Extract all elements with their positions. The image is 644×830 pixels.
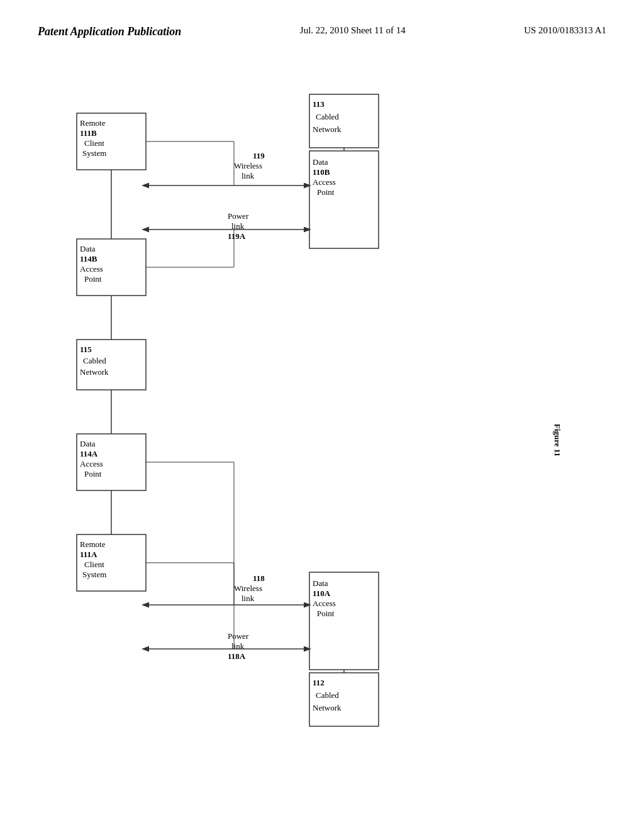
data110B-label: Data	[313, 157, 328, 167]
cabled113-l1: Cabled	[316, 112, 339, 121]
remote111A-l3: System	[82, 570, 106, 579]
cabled115-l2: Network	[80, 367, 109, 377]
data114B-l3: Point	[84, 274, 102, 284]
remote111A-num: 111A	[80, 550, 97, 559]
data114B-num: 114B	[80, 254, 97, 263]
wireless119-label: Wireless	[234, 161, 262, 170]
remote111B-l3: System	[82, 148, 106, 158]
powerlink119A-num: 119A	[228, 231, 246, 241]
cabled113-num: 113	[313, 99, 325, 109]
powerlink118A-l1: Power	[228, 631, 249, 641]
cabled113-l2: Network	[313, 124, 341, 134]
powerlink119A-l1: Power	[228, 211, 249, 221]
page: Patent Application Publication Jul. 22, …	[0, 0, 644, 830]
data110A-l2: Access	[313, 599, 336, 608]
diagram-area: Remote 111B Client System Data 114B Acce…	[38, 63, 606, 805]
data114A-label: Data	[80, 439, 96, 448]
data114B-label: Data	[80, 244, 96, 253]
remote111B-l2: Client	[84, 138, 104, 148]
publication-label: Patent Application Publication	[38, 25, 181, 38]
data110B-l2: Access	[313, 177, 336, 187]
cabled112-l1: Cabled	[316, 690, 339, 700]
data110B-num: 110B	[313, 167, 330, 177]
wireless119-num: 119	[253, 151, 265, 160]
header: Patent Application Publication Jul. 22, …	[0, 0, 644, 51]
powerlink118A-num: 118A	[228, 651, 246, 661]
data110A-l3: Point	[317, 609, 335, 618]
wireless118-num: 118	[253, 573, 265, 583]
data114A-num: 114A	[80, 449, 98, 458]
diagram-svg: Remote 111B Client System Data 114B Acce…	[38, 63, 606, 805]
data114B-l2: Access	[80, 264, 103, 274]
data110B-l3: Point	[317, 187, 335, 197]
wireless118-label: Wireless	[234, 584, 262, 593]
data110A-num: 110A	[313, 589, 331, 598]
sheet-info: Jul. 22, 2010 Sheet 11 of 14	[300, 25, 406, 36]
remote111A-label: Remote	[80, 540, 106, 549]
cabled112-num: 112	[313, 678, 325, 687]
wireless119-l2: link	[242, 171, 255, 180]
remote111B-num: 111B	[80, 128, 97, 138]
data110A-label: Data	[313, 578, 328, 588]
cabled112-l2: Network	[313, 703, 341, 712]
wireless118-l2: link	[242, 594, 255, 603]
cabled115-l1: Cabled	[83, 356, 106, 365]
figure-label: Figure 11	[553, 424, 562, 456]
remote111A-l2: Client	[84, 560, 104, 569]
remote111B-label: Remote	[80, 118, 106, 128]
data114A-l2: Access	[80, 459, 103, 468]
patent-number: US 2010/0183313 A1	[524, 25, 606, 36]
data114A-l3: Point	[84, 469, 102, 479]
cabled115-num: 115	[80, 345, 92, 354]
